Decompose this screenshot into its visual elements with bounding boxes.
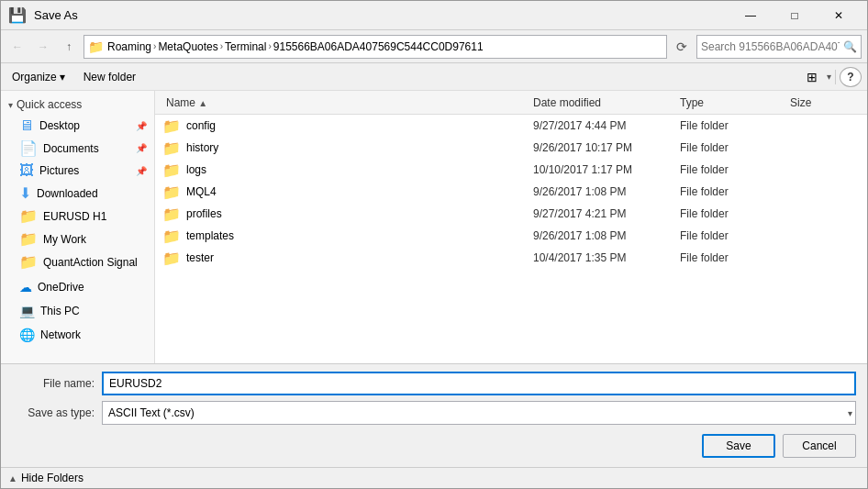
col-date-header[interactable]: Date modified — [529, 93, 676, 113]
file-date: 9/26/2017 10:17 PM — [529, 139, 676, 156]
col-name-header[interactable]: Name ▲ — [162, 93, 529, 113]
sidebar-item-desktop[interactable]: 🖥 Desktop 📌 — [1, 115, 154, 137]
file-name-cell: 📁 tester — [162, 248, 529, 269]
organize-label: Organize — [12, 71, 57, 83]
file-list-header: Name ▲ Date modified Type Size — [155, 91, 867, 115]
file-name: config — [186, 119, 216, 132]
table-row[interactable]: 📁 config 9/27/2017 4:44 PM File folder — [155, 115, 867, 137]
toolbar2-right: ⊞ ▾ ? — [801, 67, 862, 87]
refresh-button[interactable]: ⟳ — [671, 35, 693, 59]
file-rows-container: 📁 config 9/27/2017 4:44 PM File folder 📁… — [155, 115, 867, 269]
sidebar-item-network[interactable]: 🌐 Network — [1, 325, 154, 345]
table-row[interactable]: 📁 MQL4 9/26/2017 1:08 PM File folder — [155, 181, 867, 203]
network-label: Network — [40, 328, 81, 341]
onedrive-icon: ☁ — [19, 280, 32, 295]
file-date: 9/27/2017 4:21 PM — [529, 206, 676, 222]
bottom-panel: File name: Save as type: ASCII Text (*.c… — [1, 363, 867, 467]
table-row[interactable]: 📁 logs 10/10/2017 1:17 PM File folder — [155, 159, 867, 181]
file-name-cell: 📁 profiles — [162, 204, 529, 225]
sidebar-item-eurusd[interactable]: 📁 EURUSD H1 — [1, 205, 154, 228]
save-as-dialog: 💾 Save As — □ ✕ ← → ↑ 📁 Roaming › MetaQu… — [0, 0, 868, 489]
sidebar-item-downloaded[interactable]: ⬇ Downloaded — [1, 182, 154, 205]
file-name: tester — [186, 251, 214, 264]
file-name: profiles — [186, 207, 222, 220]
sidebar-item-pictures[interactable]: 🖼 Pictures 📌 — [1, 160, 154, 182]
file-name-cell: 📁 config — [162, 116, 529, 137]
col-date-label: Date modified — [533, 96, 601, 109]
sidebar-quick-access-header[interactable]: ▾ Quick access — [1, 94, 154, 115]
sidebar-item-mywork[interactable]: 📁 My Work — [1, 228, 154, 250]
cancel-button[interactable]: Cancel — [783, 434, 856, 458]
folder-icon: 📁 — [88, 39, 104, 54]
folder-icon: 📁 — [162, 117, 181, 135]
hide-folders-label: Hide Folders — [21, 472, 83, 484]
folder-icon: 📁 — [162, 139, 181, 157]
file-name-cell: 📁 history — [162, 138, 529, 159]
table-row[interactable]: 📁 profiles 9/27/2017 4:21 PM File folder — [155, 203, 867, 225]
hide-folders-bar[interactable]: ▲ Hide Folders — [1, 467, 867, 488]
view-button[interactable]: ⊞ — [801, 67, 823, 87]
sidebar-quick-access-section: ▾ Quick access 🖥 Desktop 📌 📄 Documents 📌… — [1, 94, 154, 273]
eurusd-icon: 📁 — [19, 207, 38, 225]
desktop-label: Desktop — [39, 119, 80, 132]
window-title: Save As — [34, 8, 78, 22]
file-size — [786, 146, 860, 150]
col-name-label: Name — [166, 96, 195, 109]
col-size-header[interactable]: Size — [786, 93, 860, 113]
table-row[interactable]: 📁 templates 9/26/2017 1:08 PM File folde… — [155, 225, 867, 247]
table-row[interactable]: 📁 tester 10/4/2017 1:35 PM File folder — [155, 247, 867, 269]
file-size — [786, 168, 860, 172]
saveas-select[interactable]: ASCII Text (*.csv) CSV (*.csv) Text (*.t… — [102, 401, 856, 425]
help-button[interactable]: ? — [840, 67, 862, 87]
up-button[interactable]: ↑ — [58, 36, 80, 58]
sort-arrow-icon: ▲ — [198, 98, 207, 108]
minimize-button[interactable]: — — [729, 6, 772, 25]
pictures-pin-icon: 📌 — [136, 166, 147, 176]
filename-input[interactable] — [102, 372, 856, 395]
organize-button[interactable]: Organize ▾ — [6, 67, 71, 87]
sidebar: ▾ Quick access 🖥 Desktop 📌 📄 Documents 📌… — [1, 91, 155, 363]
pictures-icon: 🖼 — [19, 162, 34, 179]
col-type-header[interactable]: Type — [676, 93, 786, 113]
file-name-cell: 📁 templates — [162, 226, 529, 247]
saveas-row: Save as type: ASCII Text (*.csv) CSV (*.… — [12, 401, 856, 425]
sidebar-item-documents[interactable]: 📄 Documents 📌 — [1, 137, 154, 160]
search-input[interactable] — [701, 40, 840, 53]
file-type: File folder — [676, 183, 786, 200]
maximize-button[interactable]: □ — [773, 6, 816, 25]
sidebar-item-thispc[interactable]: 💻 This PC — [1, 301, 154, 321]
address-bar[interactable]: 📁 Roaming › MetaQuotes › Terminal › 9155… — [83, 35, 667, 59]
file-size — [786, 190, 860, 194]
table-row[interactable]: 📁 history 9/26/2017 10:17 PM File folder — [155, 137, 867, 159]
thispc-icon: 💻 — [19, 304, 35, 318]
file-name: MQL4 — [186, 185, 217, 198]
save-button[interactable]: Save — [702, 434, 775, 458]
view-sep: ▾ — [827, 72, 831, 82]
new-folder-button[interactable]: New folder — [78, 67, 141, 87]
quantaction-icon: 📁 — [19, 253, 38, 271]
hide-chevron-icon: ▲ — [8, 473, 17, 483]
network-icon: 🌐 — [19, 328, 35, 342]
file-date: 9/26/2017 1:08 PM — [529, 183, 676, 200]
saveas-label: Save as type: — [12, 406, 95, 419]
mywork-icon: 📁 — [19, 230, 38, 248]
address-toolbar: ← → ↑ 📁 Roaming › MetaQuotes › Terminal … — [1, 30, 867, 63]
pictures-label: Pictures — [39, 164, 79, 177]
quick-access-chevron-icon: ▾ — [8, 100, 13, 110]
search-icon: 🔍 — [843, 40, 857, 53]
breadcrumb-roaming: Roaming — [107, 40, 151, 53]
title-bar: 💾 Save As — □ ✕ — [1, 1, 867, 30]
close-button[interactable]: ✕ — [818, 6, 860, 25]
sep2: › — [220, 41, 223, 51]
file-type: File folder — [676, 250, 786, 266]
forward-button[interactable]: → — [32, 36, 54, 58]
folder-icon: 📁 — [162, 183, 181, 201]
back-button[interactable]: ← — [6, 36, 28, 58]
window-icon: 💾 — [8, 6, 27, 24]
sep3: › — [268, 41, 271, 51]
breadcrumb-metaquotes: MetaQuotes — [158, 40, 217, 53]
sidebar-item-onedrive[interactable]: ☁ OneDrive — [1, 277, 154, 297]
file-size — [786, 124, 860, 128]
sidebar-item-quantaction[interactable]: 📁 QuantAction Signal — [1, 250, 154, 273]
bottom-actions: Save Cancel — [12, 430, 856, 460]
